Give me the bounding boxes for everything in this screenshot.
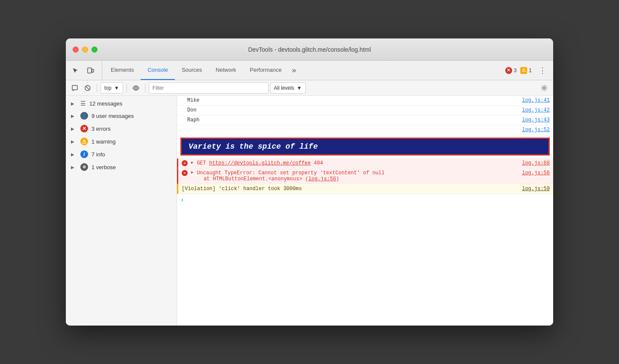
console-row-variety: Variety is the spice of life	[177, 135, 553, 159]
tab-console[interactable]: Console	[141, 61, 175, 80]
error-badge: ✕ 3	[505, 67, 517, 74]
tab-network[interactable]: Network	[209, 61, 243, 80]
devtools-body: Elements Console Sources Network Perform…	[66, 61, 553, 326]
coffee-link[interactable]: https://devtools.glitch.me/coffee	[209, 160, 311, 166]
console-link-don[interactable]: log.js:42	[522, 107, 550, 113]
console-row-raph: Raph log.js:43	[177, 115, 553, 125]
svg-rect-2	[72, 85, 77, 90]
console-text-mike: Mike	[180, 97, 519, 103]
tab-bar: Elements Console Sources Network Perform…	[66, 61, 553, 80]
info-icon: i	[80, 150, 88, 158]
block-icon[interactable]	[82, 82, 93, 94]
toolbar-divider-3	[145, 84, 145, 92]
title-bar: DevTools - devtools.glitch.me/console/lo…	[66, 38, 553, 61]
more-tabs-button[interactable]: »	[289, 61, 300, 80]
more-options-button[interactable]: ⋮	[535, 66, 550, 75]
toolbar-divider-1	[97, 84, 97, 92]
svg-rect-0	[88, 68, 91, 73]
clear-console-button[interactable]	[69, 82, 80, 94]
expand-arrow-get[interactable]: ▶	[191, 160, 193, 165]
error-count: 3	[514, 67, 517, 73]
sidebar: ▶ ☰ 12 messages ▶ 👤 9 user messages ▶ ✕ …	[66, 96, 177, 326]
console-text-raph: Raph	[180, 117, 519, 123]
expand-arrow-9user: ▶	[71, 114, 77, 118]
svg-point-6	[135, 87, 137, 89]
console-row-get-error: ✕ ▶ GET https://devtools.glitch.me/coffe…	[177, 159, 553, 168]
traffic-lights	[73, 47, 97, 53]
filter-input[interactable]	[149, 82, 268, 94]
prompt-row: ›	[177, 194, 553, 206]
sidebar-item-1verbose[interactable]: ▶ ⚙ 1 verbose	[66, 161, 177, 173]
console-row-52: log.js:52	[177, 125, 553, 135]
console-text-violation: [Violation] 'click' handler took 3000ms	[182, 186, 519, 192]
svg-point-7	[543, 87, 545, 89]
console-link-raph[interactable]: log.js:43	[522, 117, 550, 123]
maximize-button[interactable]	[91, 47, 97, 53]
tab-performance[interactable]: Performance	[243, 61, 288, 80]
sidebar-item-1warning[interactable]: ▶ ⚠ 1 warning	[66, 135, 177, 148]
sidebar-item-9user[interactable]: ▶ 👤 9 user messages	[66, 109, 177, 122]
svg-rect-1	[92, 69, 94, 72]
console-row-typeerror: ✕ ▶ Uncaught TypeError: Cannot set prope…	[177, 168, 553, 184]
sidebar-item-12messages[interactable]: ▶ ☰ 12 messages	[66, 97, 177, 109]
warning-icon: ⚠	[80, 138, 88, 145]
typeerror-link[interactable]: log.js:56	[308, 176, 336, 182]
close-button[interactable]	[73, 47, 79, 53]
console-row-mike: Mike log.js:41	[177, 96, 553, 106]
warn-count: 1	[529, 67, 532, 73]
console-link-52[interactable]: log.js:52	[522, 127, 550, 133]
tab-right-area: ✕ 3 ⚠ 1 ⋮	[505, 61, 550, 80]
expand-arrow-7info: ▶	[71, 152, 77, 157]
console-row-don: Don log.js:42	[177, 106, 553, 115]
sidebar-item-3errors[interactable]: ▶ ✕ 3 errors	[66, 122, 177, 135]
list-icon: ☰	[80, 100, 86, 107]
error-icon: ✕	[80, 125, 88, 132]
cursor-icon[interactable]	[69, 65, 81, 76]
tab-icons	[69, 61, 102, 80]
expand-arrow-12messages: ▶	[71, 101, 77, 106]
console-text-get: GET https://devtools.glitch.me/coffee 40…	[197, 160, 519, 166]
toolbar-divider-2	[127, 84, 127, 92]
tab-sources[interactable]: Sources	[175, 61, 209, 80]
window-title: DevTools - devtools.glitch.me/console/lo…	[248, 46, 371, 53]
console-text-variety: Variety is the spice of life	[189, 142, 318, 151]
verbose-icon: ⚙	[80, 163, 88, 171]
tab-elements[interactable]: Elements	[104, 61, 141, 80]
console-link-typeerror[interactable]: log.js:56	[522, 170, 550, 176]
levels-selector[interactable]: All levels ▼	[270, 82, 306, 94]
eye-icon[interactable]	[130, 82, 141, 94]
expand-arrow-1verbose: ▶	[71, 165, 77, 170]
minimize-button[interactable]	[82, 47, 88, 53]
console-text-typeerror: Uncaught TypeError: Cannot set property …	[197, 170, 519, 182]
error-icon-get: ✕	[182, 160, 188, 166]
expand-arrow-3errors: ▶	[71, 126, 77, 131]
device-toggle-icon[interactable]	[85, 65, 97, 76]
main-area: ▶ ☰ 12 messages ▶ 👤 9 user messages ▶ ✕ …	[66, 96, 553, 326]
warn-badge-icon: ⚠	[520, 67, 527, 74]
console-output: Mike log.js:41 Don log.js:42 Raph log.js…	[177, 96, 553, 326]
console-link-get[interactable]: log.js:68	[522, 160, 550, 166]
console-link-violation[interactable]: log.js:59	[522, 186, 550, 192]
console-toolbar: top ▼ All levels ▼	[66, 80, 553, 96]
console-text-don: Don	[180, 107, 519, 113]
expand-arrow-type[interactable]: ▶	[191, 170, 193, 175]
sidebar-item-7info[interactable]: ▶ i 7 info	[66, 148, 177, 161]
error-badge-icon: ✕	[505, 67, 512, 74]
prompt-chevron-icon: ›	[180, 197, 184, 203]
devtools-window: DevTools - devtools.glitch.me/console/lo…	[66, 38, 553, 326]
svg-line-5	[86, 86, 90, 90]
warn-badge: ⚠ 1	[520, 67, 532, 74]
settings-icon[interactable]	[539, 82, 550, 94]
context-selector[interactable]: top ▼	[100, 82, 123, 94]
user-icon: 👤	[80, 112, 88, 120]
error-icon-type: ✕	[182, 170, 188, 176]
expand-arrow-1warning: ▶	[71, 139, 77, 144]
console-row-violation: [Violation] 'click' handler took 3000ms …	[177, 184, 553, 194]
console-link-mike[interactable]: log.js:41	[522, 97, 550, 103]
